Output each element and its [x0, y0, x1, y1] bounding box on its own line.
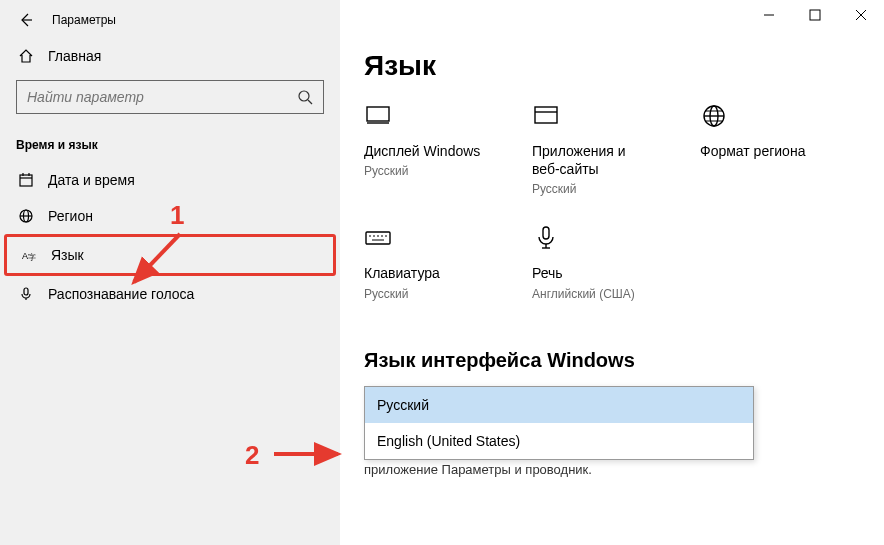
microphone-icon	[532, 224, 560, 252]
svg-point-1	[299, 91, 309, 101]
keyboard-icon	[364, 224, 392, 252]
sidebar-item-region[interactable]: Регион	[0, 198, 340, 234]
svg-rect-28	[366, 232, 390, 244]
tiles-row-2: Клавиатура Русский Речь Английский (США)	[364, 224, 860, 300]
home-icon	[18, 48, 34, 64]
svg-rect-35	[543, 227, 549, 239]
close-button[interactable]	[838, 0, 884, 30]
tile-sub: Русский	[364, 164, 484, 178]
svg-rect-16	[810, 10, 820, 20]
dropdown-option[interactable]: English (United States)	[365, 423, 753, 459]
window-icon	[532, 102, 560, 130]
search-text-field[interactable]	[27, 89, 297, 105]
back-arrow-icon[interactable]	[18, 12, 34, 28]
tile-label: Дисплей Windows	[364, 142, 484, 160]
window-title: Параметры	[52, 13, 116, 27]
sidebar: Параметры Главная Время и язык Дата и вр…	[0, 0, 340, 545]
sidebar-item-label: Распознавание голоса	[48, 286, 194, 302]
tile-apps-sites[interactable]: Приложения и веб-сайты Русский	[532, 102, 652, 196]
tile-keyboard[interactable]: Клавиатура Русский	[364, 224, 484, 300]
tile-sub: Русский	[532, 182, 652, 196]
tiles-row-1: Дисплей Windows Русский Приложения и веб…	[364, 102, 860, 196]
main-panel: Язык Дисплей Windows Русский Приложения …	[340, 0, 884, 545]
svg-rect-12	[24, 288, 28, 295]
search-icon	[297, 89, 313, 105]
svg-rect-3	[20, 175, 32, 186]
tile-display[interactable]: Дисплей Windows Русский	[364, 102, 484, 196]
svg-line-2	[308, 100, 312, 104]
tile-speech[interactable]: Речь Английский (США)	[532, 224, 652, 300]
home-label: Главная	[48, 48, 101, 64]
tile-label: Формат региона	[700, 142, 820, 160]
svg-text:字: 字	[28, 253, 36, 262]
section-title: Язык интерфейса Windows	[364, 349, 860, 372]
monitor-icon	[364, 102, 392, 130]
tile-label: Речь	[532, 264, 652, 282]
sidebar-item-label: Дата и время	[48, 172, 135, 188]
home-nav[interactable]: Главная	[0, 38, 340, 74]
sidebar-item-label: Регион	[48, 208, 93, 224]
sidebar-item-language[interactable]: A字 Язык	[4, 234, 336, 276]
search-input[interactable]	[16, 80, 324, 114]
truncated-description: приложение Параметры и проводник.	[364, 462, 860, 477]
sidebar-item-datetime[interactable]: Дата и время	[0, 162, 340, 198]
sidebar-header: Параметры	[0, 0, 340, 38]
globe-icon	[700, 102, 728, 130]
svg-rect-19	[367, 107, 389, 121]
calendar-icon	[18, 172, 34, 188]
tile-sub: Английский (США)	[532, 287, 652, 301]
tile-region-format[interactable]: Формат региона	[700, 102, 820, 196]
maximize-button[interactable]	[792, 0, 838, 30]
globe-icon	[18, 208, 34, 224]
minimize-button[interactable]	[746, 0, 792, 30]
sidebar-group-title: Время и язык	[0, 114, 340, 162]
sidebar-item-speech[interactable]: Распознавание голоса	[0, 276, 340, 312]
tile-label: Клавиатура	[364, 264, 484, 282]
language-icon: A字	[21, 247, 37, 263]
sidebar-item-label: Язык	[51, 247, 84, 263]
dropdown-option[interactable]: Русский	[365, 387, 753, 423]
tile-label: Приложения и веб-сайты	[532, 142, 652, 178]
svg-rect-21	[535, 107, 557, 123]
tile-sub: Русский	[364, 287, 484, 301]
window-controls	[746, 0, 884, 30]
language-dropdown[interactable]: Русский English (United States)	[364, 386, 754, 460]
microphone-icon	[18, 286, 34, 302]
